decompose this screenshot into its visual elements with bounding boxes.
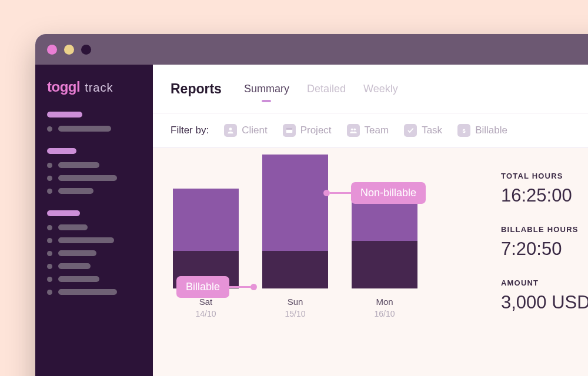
chart-bar: Sat14/10 bbox=[173, 189, 239, 318]
callout-nonbillable: Non-billable bbox=[323, 182, 426, 204]
main-panel: Reports Summary Detailed Weekly Filter b… bbox=[153, 65, 588, 376]
stat-value: 16:25:00 bbox=[501, 185, 588, 206]
chart-bar: Mon16/10 bbox=[352, 189, 417, 318]
summary-stats: TOTAL HOURS 16:25:00 BILLABLE HOURS 7:20… bbox=[500, 148, 588, 376]
stat-label: TOTAL HOURS bbox=[501, 172, 588, 180]
app-window: toggl track bbox=[35, 34, 588, 376]
bar-day-label: Sat bbox=[195, 297, 216, 307]
filter-bar: Filter by: Client Project bbox=[153, 113, 588, 148]
filter-label-text: Client bbox=[242, 125, 267, 136]
stat-value: 3,000 USD bbox=[501, 292, 588, 313]
filter-label-text: Billable bbox=[475, 125, 507, 136]
nav-item[interactable] bbox=[47, 250, 141, 256]
tab-weekly[interactable]: Weekly bbox=[363, 83, 398, 95]
traffic-light-minimize-icon[interactable] bbox=[64, 45, 74, 55]
sidebar: toggl track bbox=[35, 65, 153, 376]
nav-item[interactable] bbox=[47, 162, 141, 168]
callout-dot-icon bbox=[250, 284, 257, 290]
content-area: Sat14/10Sun15/10Mon16/10 Non-billable Bi… bbox=[153, 148, 588, 376]
bar-date-label: 14/10 bbox=[195, 309, 216, 318]
filter-billable[interactable]: $ Billable bbox=[457, 124, 507, 137]
bar-day-label: Sun bbox=[285, 297, 305, 307]
check-icon bbox=[404, 124, 417, 137]
stat-label: BILLABLE HOURS bbox=[501, 225, 588, 234]
team-icon bbox=[347, 124, 360, 137]
brand-logo: toggl track bbox=[47, 79, 141, 95]
stat-amount: AMOUNT 3,000 USD bbox=[501, 278, 588, 313]
svg-text:$: $ bbox=[463, 128, 466, 134]
nav-group-3 bbox=[47, 210, 141, 295]
callout-connector bbox=[229, 286, 250, 288]
stat-value: 7:20:50 bbox=[501, 239, 588, 260]
traffic-light-close-icon[interactable] bbox=[47, 45, 57, 55]
tab-detailed[interactable]: Detailed bbox=[307, 83, 346, 95]
page-title: Reports bbox=[171, 81, 222, 97]
filter-label-text: Project bbox=[300, 125, 332, 136]
filter-label-text: Task bbox=[422, 125, 442, 136]
svg-point-0 bbox=[229, 127, 232, 130]
bar-segment-nonbillable bbox=[173, 189, 239, 251]
nav-item[interactable] bbox=[47, 237, 141, 243]
nav-item[interactable] bbox=[47, 188, 141, 194]
svg-rect-2 bbox=[286, 128, 292, 130]
nav-item[interactable] bbox=[47, 224, 141, 230]
tab-summary[interactable]: Summary bbox=[244, 83, 289, 95]
nav-item[interactable] bbox=[47, 289, 141, 295]
callout-nonbillable-pill: Non-billable bbox=[351, 182, 426, 204]
person-icon bbox=[224, 124, 237, 137]
stat-billable-hours: BILLABLE HOURS 7:20:50 bbox=[501, 225, 588, 260]
stat-total-hours: TOTAL HOURS 16:25:00 bbox=[501, 172, 588, 206]
hours-chart: Sat14/10Sun15/10Mon16/10 Non-billable Bi… bbox=[153, 148, 500, 376]
bar-segment-billable bbox=[262, 251, 328, 288]
filter-label-text: Team bbox=[365, 125, 389, 136]
traffic-light-zoom-icon[interactable] bbox=[81, 45, 91, 55]
nav-item[interactable] bbox=[47, 263, 141, 269]
bar-date-label: 15/10 bbox=[285, 309, 305, 318]
window-titlebar bbox=[35, 34, 588, 65]
svg-point-3 bbox=[350, 129, 353, 131]
bar-segment-nonbillable bbox=[262, 155, 328, 251]
callout-billable: Billable bbox=[176, 276, 257, 298]
callout-dot-icon bbox=[323, 190, 330, 196]
svg-point-4 bbox=[353, 129, 356, 131]
report-tabs: Summary Detailed Weekly bbox=[244, 83, 398, 95]
nav-heading-placeholder bbox=[47, 112, 82, 118]
nav-item[interactable] bbox=[47, 175, 141, 181]
page-header: Reports Summary Detailed Weekly bbox=[153, 65, 588, 113]
brand-mark: toggl bbox=[47, 79, 80, 95]
nav-group-1 bbox=[47, 112, 141, 132]
filter-client[interactable]: Client bbox=[224, 124, 267, 137]
nav-heading-placeholder bbox=[47, 210, 80, 216]
chart-bar: Sun15/10 bbox=[262, 155, 328, 318]
callout-billable-pill: Billable bbox=[176, 276, 229, 298]
nav-item[interactable] bbox=[47, 126, 141, 132]
bar-day-label: Mon bbox=[374, 297, 395, 307]
folder-icon bbox=[283, 124, 296, 137]
stat-label: AMOUNT bbox=[501, 278, 588, 287]
filter-project[interactable]: Project bbox=[283, 124, 332, 137]
nav-group-2 bbox=[47, 148, 141, 194]
callout-connector bbox=[330, 192, 351, 194]
brand-word: track bbox=[85, 81, 113, 95]
bar-segment-billable bbox=[352, 241, 417, 288]
filter-prefix: Filter by: bbox=[171, 125, 209, 136]
bar-date-label: 16/10 bbox=[374, 309, 395, 318]
nav-item[interactable] bbox=[47, 276, 141, 282]
nav-heading-placeholder bbox=[47, 148, 76, 154]
filter-task[interactable]: Task bbox=[404, 124, 442, 137]
dollar-icon: $ bbox=[457, 124, 470, 137]
filter-team[interactable]: Team bbox=[347, 124, 389, 137]
